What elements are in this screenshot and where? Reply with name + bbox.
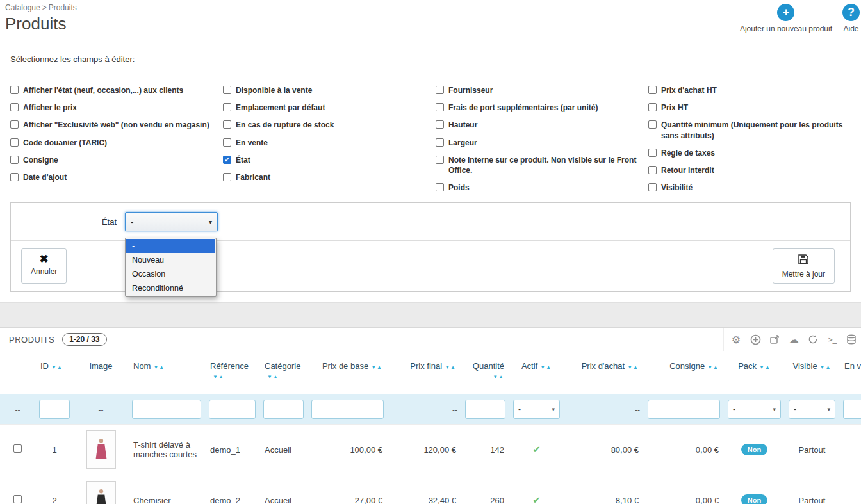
column-header-id[interactable]: ID▼▲: [35, 351, 74, 394]
filter-reference-input[interactable]: [209, 400, 256, 419]
row-checkbox[interactable]: [13, 444, 22, 453]
field-date-ajout[interactable]: Date d'ajout: [10, 172, 213, 183]
field-hauteur[interactable]: Hauteur: [436, 120, 638, 130]
checkbox[interactable]: [223, 120, 231, 129]
option-dash[interactable]: -: [126, 239, 215, 253]
import-cloud-icon[interactable]: ☁: [784, 328, 803, 351]
table-row-1[interactable]: 1 T-shirt délavé à manches courtes demo_…: [0, 425, 861, 475]
checkbox[interactable]: [436, 120, 444, 129]
option-occasion[interactable]: Occasion: [126, 267, 215, 281]
etat-select[interactable]: - ▾: [125, 212, 218, 231]
field-fabricant[interactable]: Fabricant: [223, 172, 425, 183]
checkbox[interactable]: [648, 103, 657, 111]
sort-icons[interactable]: ▼▲: [820, 364, 832, 370]
column-header-categorie[interactable]: Catégorie ▼▲: [259, 351, 308, 394]
column-header-pack[interactable]: Pack▼▲: [724, 351, 785, 394]
column-header-prix-final[interactable]: Prix final▼▲: [388, 351, 461, 394]
column-header-prix-de-base[interactable]: Prix de base▼▲: [308, 351, 388, 394]
checkbox[interactable]: [648, 86, 657, 94]
sort-icons[interactable]: ▼▲: [213, 374, 224, 380]
field-prix-achat-ht[interactable]: Prix d'achat HT: [648, 85, 851, 95]
column-header-prix-achat[interactable]: Prix d'achat▼▲: [564, 351, 644, 394]
sort-icons[interactable]: ▼▲: [371, 364, 382, 370]
field-etat[interactable]: État: [223, 155, 425, 165]
filter-quantite-input[interactable]: [465, 400, 505, 419]
checkbox[interactable]: [10, 156, 19, 164]
checkbox-checked[interactable]: [223, 156, 231, 164]
checkbox[interactable]: [10, 120, 19, 129]
sort-icons[interactable]: ▼▲: [153, 364, 165, 370]
column-header-nom[interactable]: Nom▼▲: [128, 351, 205, 394]
sort-icons[interactable]: ▼▲: [707, 364, 719, 370]
column-header-consigne[interactable]: Consigne▼▲: [644, 351, 724, 394]
filter-actif-select[interactable]: -▾: [513, 400, 560, 419]
table-row-2[interactable]: 2 Chemisier demo_2 Accueil 27,00 € 32,40…: [0, 475, 861, 504]
field-frais-port[interactable]: Frais de port supplémentaires (par unité…: [436, 102, 638, 113]
checkbox[interactable]: [648, 166, 657, 174]
sort-icons[interactable]: ▼▲: [627, 364, 639, 370]
field-regle-taxes[interactable]: Règle de taxes: [648, 148, 851, 158]
help-button[interactable]: ? Aide: [842, 4, 860, 33]
sort-icons[interactable]: ▼▲: [445, 364, 456, 370]
checkbox[interactable]: [223, 103, 231, 111]
checkbox[interactable]: [10, 86, 19, 94]
filter-visible-select[interactable]: -▾: [789, 400, 835, 419]
field-fournisseur[interactable]: Fournisseur: [436, 85, 638, 95]
field-en-vente[interactable]: En vente: [223, 138, 425, 148]
field-exclusivite-web[interactable]: Afficher "Exclusivité web" (non vendu en…: [10, 120, 213, 130]
cell-nom[interactable]: Chemisier: [128, 475, 205, 504]
product-image[interactable]: [86, 430, 116, 469]
checkbox[interactable]: [10, 103, 19, 111]
sort-icons[interactable]: ▼▲: [51, 364, 63, 370]
field-code-douanier[interactable]: Code douanier (TARIC): [10, 138, 213, 148]
filter-prix-de-base-input[interactable]: [311, 400, 384, 419]
checkbox[interactable]: [648, 183, 657, 191]
field-disponible-vente[interactable]: Disponible à la vente: [223, 85, 425, 95]
sort-icons[interactable]: ▼▲: [759, 364, 771, 370]
sql-query-icon[interactable]: >_: [823, 328, 842, 351]
sort-icons[interactable]: ▼▲: [540, 364, 552, 370]
product-image[interactable]: [86, 481, 116, 504]
breadcrumb-produits[interactable]: Produits: [49, 3, 77, 12]
option-reconditionne[interactable]: Reconditionné: [126, 281, 215, 295]
refresh-icon[interactable]: [803, 328, 823, 351]
breadcrumb-catalogue[interactable]: Catalogue: [5, 3, 40, 12]
add-product-button[interactable]: + Ajouter un nouveau produit: [740, 4, 832, 33]
checkbox[interactable]: [223, 86, 231, 94]
column-header-reference[interactable]: Référence ▼▲: [205, 351, 259, 394]
sql-manager-icon[interactable]: [842, 328, 861, 351]
add-new-icon[interactable]: [746, 328, 765, 351]
checkbox[interactable]: [436, 103, 444, 111]
field-poids[interactable]: Poids: [436, 183, 638, 193]
checkbox[interactable]: [436, 183, 444, 191]
filter-pack-select[interactable]: -▾: [728, 400, 781, 419]
field-rupture-stock[interactable]: En cas de rupture de stock: [223, 120, 425, 130]
field-prix-ht[interactable]: Prix HT: [648, 102, 851, 113]
filter-consigne-input[interactable]: [648, 400, 720, 419]
update-button[interactable]: Mettre à jour: [773, 248, 835, 284]
checkbox[interactable]: [648, 149, 657, 157]
checkbox[interactable]: [436, 138, 444, 147]
filter-nom-input[interactable]: [132, 400, 201, 419]
field-retour-interdit[interactable]: Retour interdit: [648, 165, 851, 175]
active-check-icon[interactable]: ✔: [532, 494, 541, 504]
field-quantite-minimum[interactable]: Quantité minimum (Uniquement pour les pr…: [648, 120, 851, 140]
checkbox[interactable]: [10, 173, 19, 181]
field-largeur[interactable]: Largeur: [436, 138, 638, 148]
sort-icons[interactable]: ▼▲: [267, 374, 279, 380]
field-visibilite[interactable]: Visibilité: [648, 183, 851, 193]
cell-nom[interactable]: T-shirt délavé à manches courtes: [128, 425, 205, 475]
export-icon[interactable]: [765, 328, 784, 351]
field-emplacement-defaut[interactable]: Emplacement par défaut: [223, 102, 425, 113]
field-consigne[interactable]: Consigne: [10, 155, 213, 165]
option-nouveau[interactable]: Nouveau: [126, 253, 215, 267]
field-afficher-etat[interactable]: Afficher l'état (neuf, occasion,...) aux…: [10, 85, 213, 95]
column-header-quantite[interactable]: Quantité ▼▲: [461, 351, 509, 394]
checkbox[interactable]: [223, 138, 231, 147]
checkbox[interactable]: [436, 156, 444, 164]
row-checkbox[interactable]: [13, 495, 22, 503]
column-header-visible[interactable]: Visible▼▲: [785, 351, 839, 394]
checkbox[interactable]: [10, 138, 19, 147]
column-header-en-vente[interactable]: En vente▼▲: [839, 351, 861, 394]
field-afficher-prix[interactable]: Afficher le prix: [10, 102, 213, 113]
